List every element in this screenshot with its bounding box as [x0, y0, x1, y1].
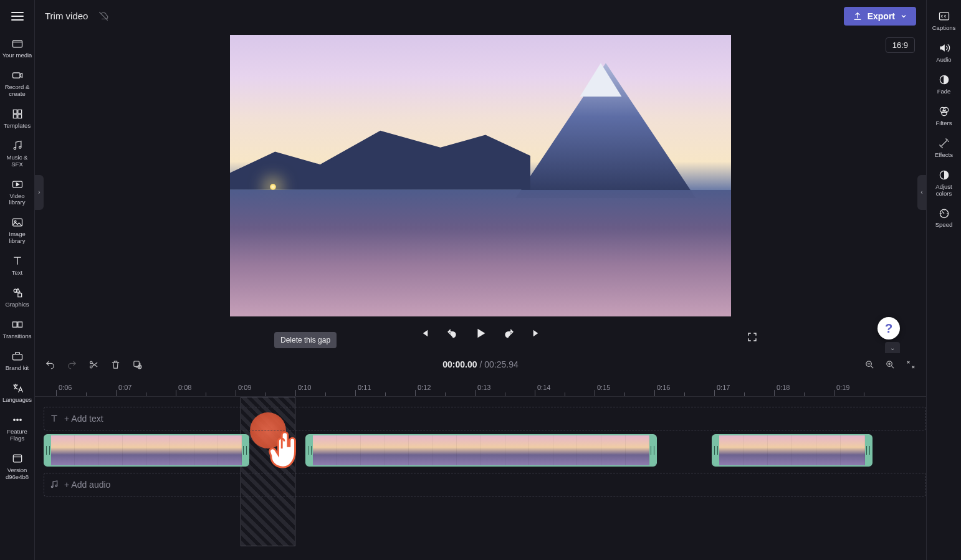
sidebar-item-label: Speed: [935, 222, 952, 229]
right-sidebar-item-effects[interactable]: Effects: [927, 132, 961, 164]
svg-rect-12: [17, 293, 21, 297]
left-sidebar-item-transition[interactable]: Transitions: [0, 313, 34, 345]
music-icon: [11, 140, 24, 152]
svg-point-16: [13, 419, 15, 421]
video-track[interactable]: [44, 434, 926, 469]
help-button[interactable]: ?: [877, 317, 900, 339]
svg-point-32: [941, 110, 946, 115]
zoom-in-button[interactable]: [885, 359, 896, 370]
left-sidebar: Your mediaRecord & createTemplatesMusic …: [0, 0, 35, 560]
fit-button[interactable]: [906, 359, 916, 370]
expand-right-panel-button[interactable]: ‹: [917, 175, 926, 210]
zoom-out-button[interactable]: [864, 359, 875, 370]
timeline-toolbar: Delete this gap 00:00.00 / 00:25.94: [35, 352, 926, 377]
expand-left-panel-button[interactable]: ›: [35, 175, 44, 210]
clip-handle-right[interactable]: [242, 435, 248, 465]
left-sidebar-item-briefcase[interactable]: Brand kit: [0, 345, 34, 377]
ruler-tick-label: 0:18: [777, 384, 790, 391]
clip-handle-left[interactable]: [713, 435, 719, 465]
skip-end-button[interactable]: [531, 328, 542, 339]
cloud-off-icon[interactable]: [98, 11, 109, 22]
shapes-icon: [11, 287, 24, 299]
left-sidebar-item-dots[interactable]: Feature Flags: [0, 409, 34, 447]
clip-handle-left[interactable]: [307, 435, 313, 465]
right-sidebar-item-adjust[interactable]: Adjust colors: [927, 164, 961, 202]
left-sidebar-item-shapes[interactable]: Graphics: [0, 282, 34, 313]
svg-point-18: [19, 419, 21, 421]
clip-handle-right[interactable]: [649, 435, 656, 465]
export-button[interactable]: Export: [844, 7, 916, 26]
ruler-tick-label: 0:07: [118, 384, 131, 391]
gap-header[interactable]: [241, 397, 295, 397]
fade-icon: [938, 74, 950, 86]
svg-rect-28: [939, 12, 949, 20]
right-sidebar-item-filters[interactable]: Filters: [927, 100, 961, 132]
ruler-tick-label: 0:17: [717, 384, 730, 391]
audio-track[interactable]: + Add audio: [44, 473, 926, 496]
language-icon: [11, 382, 24, 394]
delete-button[interactable]: [110, 359, 121, 370]
svg-point-6: [14, 147, 16, 149]
left-sidebar-item-grid[interactable]: Templates: [0, 103, 34, 135]
sidebar-item-label: Graphics: [5, 301, 29, 308]
add-audio-hint[interactable]: + Add audio: [44, 480, 110, 490]
clip-handle-left[interactable]: [45, 435, 51, 465]
filters-icon: [938, 105, 950, 118]
left-sidebar-item-language[interactable]: Languages: [0, 377, 34, 409]
forward-button[interactable]: [504, 328, 515, 339]
video-clip[interactable]: [712, 434, 873, 467]
svg-point-17: [16, 419, 18, 421]
duplicate-add-button[interactable]: [132, 359, 143, 370]
svg-point-26: [51, 486, 53, 488]
redo-button[interactable]: [67, 359, 77, 370]
sidebar-item-label: Music & SFX: [1, 154, 33, 168]
speaker-icon: [938, 42, 950, 54]
left-sidebar-item-image[interactable]: Image library: [0, 211, 34, 250]
sidebar-item-label: Image library: [1, 231, 33, 245]
sidebar-item-label: Languages: [2, 397, 32, 404]
left-sidebar-item-music[interactable]: Music & SFX: [0, 135, 34, 173]
left-sidebar-item-folder[interactable]: Your media: [0, 32, 34, 64]
sidebar-item-label: Adjust colors: [928, 184, 960, 197]
tooltip: Delete this gap: [274, 332, 337, 348]
rewind-button[interactable]: [446, 328, 457, 339]
undo-button[interactable]: [45, 359, 55, 370]
dots-icon: [11, 414, 24, 426]
left-sidebar-item-window[interactable]: Version d96e4b8: [0, 447, 34, 486]
video-clip[interactable]: [305, 434, 657, 467]
menu-button[interactable]: [0, 0, 35, 32]
right-sidebar-item-speed[interactable]: Speed: [927, 202, 961, 234]
sidebar-item-label: Your media: [2, 52, 32, 59]
fullscreen-button[interactable]: [747, 331, 758, 345]
right-sidebar-item-cc[interactable]: Captions: [927, 5, 961, 37]
svg-rect-0: [12, 40, 22, 47]
text-track[interactable]: + Add text: [44, 407, 926, 430]
left-sidebar-item-text[interactable]: Text: [0, 250, 34, 282]
svg-rect-2: [13, 110, 17, 113]
sidebar-item-label: Effects: [935, 152, 953, 159]
tracks-area: + Add text + Add audio: [35, 397, 926, 560]
ruler-tick-label: 0:15: [597, 384, 610, 391]
play-button[interactable]: [474, 326, 487, 340]
split-button[interactable]: [88, 359, 99, 370]
folder-icon: [11, 37, 24, 50]
current-time: 00:00.00: [442, 359, 477, 369]
preview-canvas[interactable]: [230, 35, 731, 316]
topbar: Trim video Export: [35, 0, 926, 32]
sidebar-item-label: Templates: [4, 123, 31, 130]
ruler-tick-label: 0:09: [238, 384, 251, 391]
sidebar-item-label: Record & create: [1, 84, 33, 98]
ruler-tick-label: 0:10: [298, 384, 311, 391]
sidebar-item-label: Transitions: [2, 333, 31, 340]
add-text-hint[interactable]: + Add text: [44, 414, 103, 424]
duration: 00:25.94: [484, 359, 519, 369]
right-sidebar-item-fade[interactable]: Fade: [927, 69, 961, 100]
briefcase-icon: [11, 350, 24, 363]
left-sidebar-item-camera[interactable]: Record & create: [0, 64, 34, 103]
timeline-ruler[interactable]: 0:060:070:080:090:100:110:120:130:140:15…: [35, 377, 926, 397]
right-sidebar-item-speaker[interactable]: Audio: [927, 37, 961, 69]
left-sidebar-item-video[interactable]: Video library: [0, 173, 34, 212]
video-clip[interactable]: [44, 434, 249, 467]
clip-handle-right[interactable]: [865, 435, 871, 465]
skip-start-button[interactable]: [419, 328, 430, 339]
